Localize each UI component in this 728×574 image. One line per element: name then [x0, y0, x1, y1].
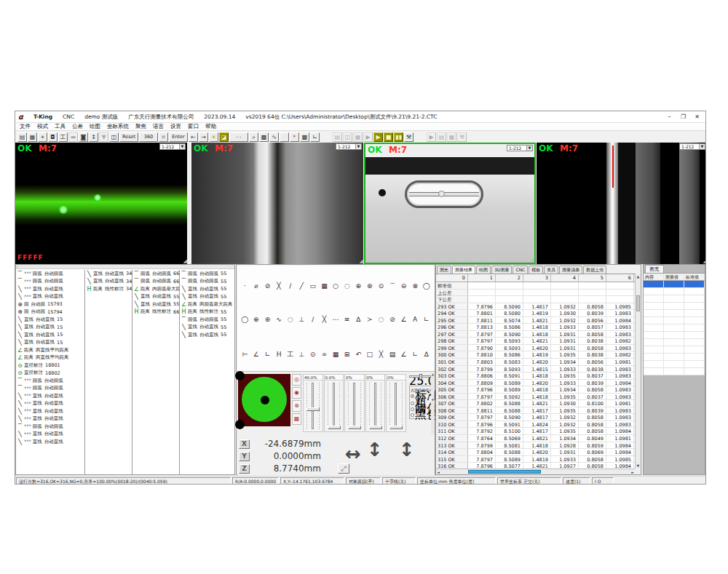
chevron-down-icon[interactable]: ▼: [526, 146, 532, 151]
measure-tool-icon-r1-2[interactable]: ⌀: [251, 282, 262, 292]
maximize-button[interactable]: ❐: [676, 111, 690, 122]
feature-row[interactable]: ╲直线自动直线55: [180, 285, 236, 293]
scroll-up-icon[interactable]: ▲: [636, 274, 641, 279]
element-row[interactable]: [644, 288, 705, 295]
tab-测量清单[interactable]: 测量清单: [559, 266, 582, 274]
feature-row[interactable]: ╲直线自动直线15: [16, 339, 84, 347]
measure-tool-icon-r2-5[interactable]: ◌: [285, 315, 296, 325]
slider-thumb[interactable]: [328, 426, 341, 429]
table-row[interactable]: 301 OK7.88038.50831.48201.09340.80561.09…: [436, 359, 635, 366]
feature-row[interactable]: ⌒***圆弧自动圆弧: [16, 270, 84, 278]
table-row[interactable]: 298 OK7.87978.50931.48211.09310.80381.09…: [436, 338, 635, 345]
element-panel-tab[interactable]: 图元: [645, 265, 664, 273]
table-row[interactable]: 297 OK7.87978.50901.48181.09310.80581.09…: [436, 331, 635, 338]
table-row[interactable]: 303 OK7.88068.50911.48181.09350.80371.09…: [436, 372, 635, 380]
tab-3D测量[interactable]: 3D测量: [491, 266, 512, 274]
feature-row[interactable]: H距离线性标注66: [132, 308, 179, 316]
feature-row[interactable]: ╲***直线自动直线: [16, 438, 84, 446]
measure-tool-icon-r2-4[interactable]: ∿: [274, 315, 285, 325]
measure-tool-icon-r3-14[interactable]: ▤: [387, 350, 398, 360]
reset-button[interactable]: Reset: [119, 132, 138, 142]
element-row[interactable]: [644, 317, 705, 324]
scroll-right-icon[interactable]: ►: [631, 469, 634, 475]
light-channel-slider-3[interactable]: 0%: [344, 374, 365, 432]
measure-tool-icon-r2-2[interactable]: ⊕: [251, 315, 262, 325]
table-vscrollbar[interactable]: ▲ ▼: [635, 274, 641, 469]
column-header-3[interactable]: 3: [523, 274, 551, 282]
camera-4-resize-grip[interactable]: ◢: [703, 259, 706, 264]
open-button[interactable]: ▦: [28, 132, 37, 142]
light-button[interactable]: ☀: [209, 132, 218, 142]
measure-tool-icon-r3-5[interactable]: 工: [285, 350, 296, 360]
table-row[interactable]: 312 OK7.87648.50691.48211.09340.80491.09…: [436, 435, 635, 442]
light-channel-slider-2[interactable]: 0.0%: [324, 374, 344, 432]
ring-light-circle[interactable]: [242, 377, 287, 422]
table-row[interactable]: 295 OK7.88118.50741.48211.09320.80561.09…: [436, 317, 635, 324]
jog-xy-arrows-icon[interactable]: ↔: [345, 443, 361, 465]
feature-row[interactable]: ╲直线自动直线15: [16, 316, 84, 324]
column-header-2[interactable]: 2: [496, 274, 523, 282]
slider-thumb[interactable]: [306, 407, 320, 411]
table-row[interactable]: 296 OK7.88138.50861.48181.09330.80571.09…: [436, 324, 635, 331]
feature-row[interactable]: ⌒圆弧自动圆弧55: [180, 270, 236, 278]
camera-2-zoom-select[interactable]: 1-212▼: [336, 143, 362, 150]
measure-tool-icon-r2-9[interactable]: ⋯: [331, 315, 341, 325]
table-row[interactable]: 307 OK7.88028.50881.48211.09300.81001.09…: [436, 400, 635, 407]
camera-3-view[interactable]: OK M:7 1-212▼ ◢: [364, 143, 536, 264]
play-gray-button[interactable]: ▶: [363, 132, 373, 142]
chart-button[interactable]: ∟: [310, 132, 320, 142]
feature-row[interactable]: ⊕圆自动圆15794: [16, 308, 84, 316]
pause-button[interactable]: ▮▮: [394, 132, 403, 142]
disabled-tool-button[interactable]: ▬: [68, 132, 78, 142]
tab-夹具[interactable]: 夹具: [544, 266, 558, 274]
measure-tool-icon-r1-1[interactable]: ·: [240, 282, 250, 292]
laser-button[interactable]: ＊: [290, 132, 299, 142]
feature-row[interactable]: ╲***直线自动直线: [16, 400, 84, 408]
tab-CNC[interactable]: CNC: [513, 266, 528, 274]
scroll-left-icon[interactable]: ◄: [437, 469, 440, 475]
column-header-0[interactable]: 0: [436, 274, 468, 282]
dash-button[interactable]: - -: [229, 132, 248, 142]
stage-tool-button[interactable]: 工: [58, 132, 68, 142]
measure-tool-icon-r3-7[interactable]: ⊙: [308, 350, 319, 360]
dual-window-button[interactable]: ◫: [343, 132, 352, 142]
measure-tool-icon-r2-15[interactable]: ∠: [398, 315, 409, 325]
tools-button[interactable]: ⚒: [404, 132, 414, 142]
measure-tool-icon-r1-15[interactable]: ⊖: [398, 282, 409, 292]
save3-button[interactable]: ▤: [437, 132, 446, 142]
element-row[interactable]: [644, 332, 705, 339]
save2-button[interactable]: ▤: [333, 132, 342, 142]
hatch-button[interactable]: ▩: [259, 132, 269, 142]
measure-tool-icon-r1-12[interactable]: ⊛: [365, 282, 376, 292]
table-vscroll-thumb[interactable]: [636, 295, 640, 311]
table-row[interactable]: 293 OK7.87968.50901.48171.09320.80581.09…: [436, 303, 635, 311]
tab-数据上传[interactable]: 数据上传: [583, 266, 606, 274]
table-row[interactable]: 316 OK7.87968.50771.48211.09270.80581.09…: [436, 463, 635, 469]
table-hscrollbar[interactable]: ◄ ►: [436, 469, 635, 474]
feature-row[interactable]: ╲直线自动直线55: [180, 324, 236, 332]
feature-row[interactable]: ╲直线自动直线15: [16, 324, 84, 332]
feature-row[interactable]: ╲***直线自动直线: [16, 293, 84, 301]
table-hscroll-thumb[interactable]: [468, 470, 541, 474]
column-header-4[interactable]: 4: [551, 274, 579, 282]
measure-tool-icon-r1-7[interactable]: ▭: [308, 282, 319, 292]
measure-tool-icon-r1-10[interactable]: ◌: [341, 282, 352, 292]
measure-tool-icon-r2-17[interactable]: ∟: [422, 315, 432, 325]
element-row[interactable]: [644, 346, 705, 354]
measure-tool-icon-r3-9[interactable]: ▦: [331, 350, 341, 360]
column-header-5[interactable]: 5: [579, 274, 606, 282]
feature-row[interactable]: ⌒***圆弧自动圆弧: [16, 385, 84, 393]
open2-button[interactable]: ▦: [353, 132, 363, 142]
measure-tool-icon-r3-2[interactable]: ∠: [251, 350, 262, 360]
feature-row[interactable]: ╲直线自动直线34: [85, 270, 132, 278]
jog-y-arrows-icon[interactable]: ↕: [367, 439, 383, 461]
feature-row[interactable]: ⌒圆弧自动圆弧66: [132, 278, 179, 286]
measure-tool-icon-r3-4[interactable]: H: [274, 350, 285, 360]
measure-tool-icon-r3-3[interactable]: ∟: [262, 350, 273, 360]
feature-row[interactable]: ∠距离两直线平均距离: [16, 354, 84, 362]
feature-row[interactable]: ╲直线自动直线55: [132, 300, 179, 308]
run-button[interactable]: ▶: [373, 132, 383, 142]
feature-row[interactable]: ∠距离两圆弧最大距离: [180, 300, 236, 308]
feature-row[interactable]: ∠距离两直线平均距离: [16, 346, 84, 354]
measure-tool-icon-r2-16[interactable]: A: [410, 315, 421, 325]
